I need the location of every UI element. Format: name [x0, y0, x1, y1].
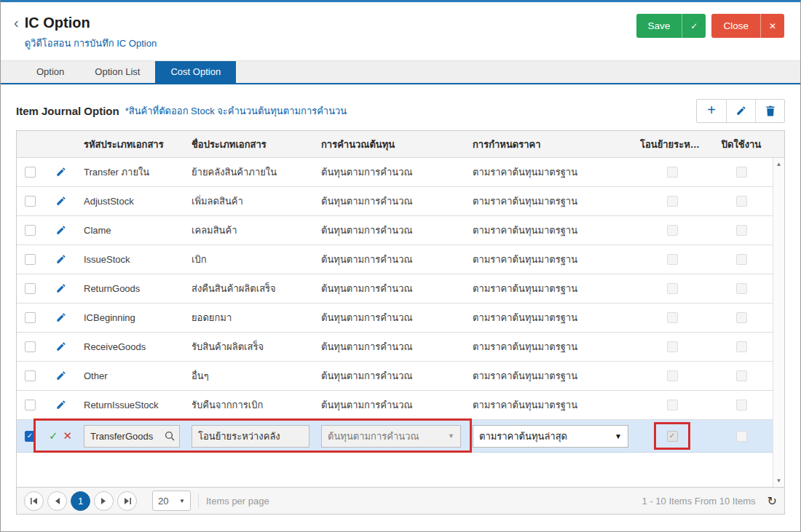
row-doc-code: Clame [78, 225, 186, 236]
row-pricing: ตามราคาต้นทุนมาตรฐาน [467, 281, 634, 296]
row-edit-pencil-icon[interactable] [55, 196, 66, 207]
row-checkbox[interactable] [25, 312, 36, 323]
row-transfer-checkbox [667, 312, 678, 323]
row-transfer-checkbox [667, 225, 678, 236]
row-checkbox[interactable] [25, 400, 36, 410]
header-doc-code: รหัสประเภทเอกสาร [78, 137, 186, 152]
table-row[interactable]: ICBeginning ยอดยกมา ต้นทุนตามการคำนวณ ตา… [17, 303, 773, 333]
table-body: Transfer ภายใน ย้ายคลังสินค้าภายใน ต้นทุ… [17, 158, 773, 420]
scroll-up-icon[interactable]: ▲ [776, 161, 782, 167]
edit-row[interactable]: ✓ ✓ ✕ [17, 420, 773, 453]
row-edit-pencil-icon[interactable] [55, 167, 66, 178]
row-cost-calc: ต้นทุนตามการคำนวณ [315, 368, 467, 384]
table-row[interactable]: AdjustStock เพิ่มลดสินค้า ต้นทุนตามการคำ… [17, 187, 773, 216]
add-row-button[interactable]: + [697, 100, 726, 122]
header-cost-calc: การคำนวณต้นทุน [315, 137, 467, 152]
header-disable: ปิดใช้งาน [710, 137, 773, 152]
next-page-button[interactable] [94, 491, 114, 511]
chevron-down-icon: ▼ [448, 432, 454, 440]
row-edit-pencil-icon[interactable] [55, 400, 66, 410]
row-transfer-checkbox [667, 283, 678, 294]
refresh-icon[interactable]: ↻ [768, 494, 777, 508]
row-doc-name: อื่นๆ [186, 368, 315, 384]
row-checkbox[interactable] [25, 341, 36, 352]
row-doc-code: ReturnGoods [78, 283, 186, 294]
row-doc-name: เบิก [186, 252, 315, 267]
doc-name-input[interactable] [192, 425, 309, 448]
row-doc-code: Other [78, 370, 186, 381]
row-edit-pencil-icon[interactable] [55, 225, 66, 236]
transfer-checkbox: ✓ [667, 431, 678, 442]
row-doc-code: IssueStock [78, 254, 186, 265]
scroll-down-icon[interactable]: ▼ [776, 477, 782, 484]
tab-option[interactable]: Option [21, 61, 79, 83]
back-chevron-icon[interactable]: ‹ [14, 14, 19, 31]
video-tutorial-link[interactable]: ดูวิดีโอสอน การบันทึก IC Option [25, 36, 157, 51]
vertical-scrollbar[interactable]: ▲ ▼ [773, 158, 784, 487]
row-checkbox[interactable] [25, 196, 36, 207]
page-1-button[interactable]: 1 [71, 491, 90, 511]
save-button[interactable]: Save ✓ [636, 14, 706, 38]
row-doc-code: Transfer ภายใน [78, 164, 186, 180]
table-row[interactable]: IssueStock เบิก ต้นทุนตามการคำนวณ ตามราค… [17, 245, 773, 274]
row-doc-name: เพิ่มลดสินค้า [186, 194, 315, 209]
row-disable-checkbox [736, 370, 747, 381]
row-pricing: ตามราคาต้นทุนมาตรฐาน [467, 397, 634, 413]
row-disable-checkbox [736, 167, 747, 178]
row-cost-calc: ต้นทุนตามการคำนวณ [315, 397, 467, 413]
row-doc-name: ย้ายคลังสินค้าภายใน [186, 164, 315, 180]
page-title: IC Option [25, 14, 157, 31]
close-button[interactable]: Close ✕ [711, 14, 784, 38]
table-row[interactable]: Other อื่นๆ ต้นทุนตามการคำนวณ ตามราคาต้น… [17, 362, 773, 391]
pricing-value: ตามราคาต้นทุนล่าสุด [479, 429, 567, 444]
row-cost-calc: ต้นทุนตามการคำนวณ [315, 281, 467, 296]
row-transfer-checkbox [667, 400, 678, 410]
save-label: Save [636, 14, 682, 38]
table-header: รหัสประเภทเอกสาร ชื่อประเภทเอกสาร การคำน… [17, 131, 784, 158]
table-row[interactable]: ReturnIssueStock รับคืนจากการเบิก ต้นทุน… [17, 391, 773, 420]
close-label: Close [711, 14, 760, 38]
table-row[interactable]: ReturnGoods ส่งคืนสินค้าผลิตเสร็จ ต้นทุน… [17, 274, 773, 303]
row-disable-checkbox [736, 196, 747, 207]
edit-row-button[interactable] [726, 100, 755, 122]
edit-row-checkbox[interactable]: ✓ [25, 431, 36, 442]
row-checkbox[interactable] [25, 254, 36, 265]
tab-option-list[interactable]: Option List [79, 61, 155, 83]
row-edit-pencil-icon[interactable] [55, 283, 66, 294]
page-size-select[interactable]: 20 ▼ [152, 491, 191, 511]
close-x-icon[interactable]: ✕ [760, 14, 784, 38]
row-disable-checkbox [736, 400, 747, 410]
row-transfer-checkbox [667, 254, 678, 265]
row-doc-code: ReceiveGoods [78, 341, 186, 352]
pricing-select[interactable]: ตามราคาต้นทุนล่าสุด ▼ [473, 425, 628, 448]
row-edit-pencil-icon[interactable] [55, 312, 66, 323]
page-header: ‹ IC Option ดูวิดีโอสอน การบันทึก IC Opt… [1, 2, 800, 60]
row-checkbox[interactable] [25, 167, 36, 178]
table-row[interactable]: Transfer ภายใน ย้ายคลังสินค้าภายใน ต้นทุ… [17, 158, 773, 187]
row-cost-calc: ต้นทุนตามการคำนวณ [315, 223, 467, 238]
cancel-x-icon[interactable]: ✕ [63, 429, 73, 442]
first-page-button[interactable] [24, 491, 44, 511]
row-edit-pencil-icon[interactable] [55, 341, 66, 352]
tab-cost-option[interactable]: Cost Option [155, 61, 236, 83]
window: ‹ IC Option ดูวิดีโอสอน การบันทึก IC Opt… [0, 0, 801, 532]
last-page-button[interactable] [117, 491, 137, 511]
row-cost-calc: ต้นทุนตามการคำนวณ [315, 194, 467, 209]
prev-page-button[interactable] [47, 491, 67, 511]
header-pricing: การกำหนดราคา [467, 137, 634, 152]
row-checkbox[interactable] [25, 370, 36, 381]
table-row[interactable]: ReceiveGoods รับสินค้าผลิตเสร็จ ต้นทุนตา… [17, 333, 773, 362]
table-row[interactable]: Clame เคลมสินค้า ต้นทุนตามการคำนวณ ตามรา… [17, 216, 773, 245]
row-edit-pencil-icon[interactable] [55, 370, 66, 381]
row-checkbox[interactable] [25, 283, 36, 294]
row-edit-pencil-icon[interactable] [55, 254, 66, 265]
delete-row-button[interactable] [755, 100, 784, 122]
page-size-value: 20 [158, 496, 168, 507]
pencil-icon [735, 106, 746, 116]
row-pricing: ตามราคาต้นทุนมาตรฐาน [467, 252, 634, 267]
save-check-icon[interactable]: ✓ [682, 14, 706, 38]
row-pricing: ตามราคาต้นทุนมาตรฐาน [467, 339, 634, 354]
row-checkbox[interactable] [25, 225, 36, 236]
search-icon[interactable] [165, 431, 175, 441]
confirm-check-icon[interactable]: ✓ [49, 429, 58, 442]
